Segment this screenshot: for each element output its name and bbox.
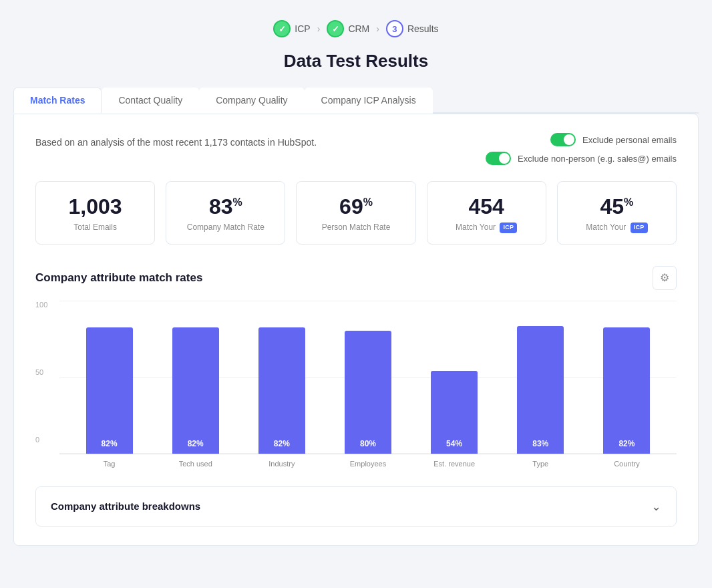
tab-match-rates[interactable]: Match Rates: [13, 88, 102, 114]
bar: 54%: [431, 371, 478, 454]
bar-group: 80%: [325, 301, 411, 454]
toggle-personal-emails-label: Exclude personal emails: [582, 135, 677, 145]
breakdown-title: Company attribute breakdowns: [51, 500, 200, 512]
metric-person-match-value: 69%: [307, 195, 404, 218]
bar-pct-label: 82%: [102, 439, 118, 448]
bar-pct-label: 82%: [618, 439, 635, 448]
arrow-2: ›: [376, 23, 379, 34]
metric-match-icp-count-value: 454: [438, 195, 535, 218]
chart-area: 82%82%82%80%54%83%82%: [59, 301, 677, 454]
wizard-step-results[interactable]: 3 Results: [386, 20, 439, 37]
metric-total-emails-label: Total Emails: [47, 223, 144, 233]
x-label: Industry: [238, 460, 325, 468]
tabs: Match Rates Contact Quality Company Qual…: [13, 88, 699, 114]
icp-badge-1: ICP: [500, 223, 517, 233]
x-label: Tag: [66, 460, 152, 468]
bar-pct-label: 82%: [188, 439, 204, 448]
metric-company-match-value: 83%: [177, 195, 274, 218]
chart-section: Company attribute match rates ⚙ 100 50 0: [35, 266, 677, 468]
wizard-step-icp[interactable]: ✓ ICP: [273, 20, 310, 37]
bar-pct-label: 54%: [446, 439, 462, 448]
x-label: Tech used: [152, 460, 238, 468]
metric-total-emails-value: 1,003: [47, 195, 144, 218]
bar-group: 82%: [66, 301, 152, 454]
metric-person-match-label: Person Match Rate: [307, 223, 404, 233]
tab-contact-quality[interactable]: Contact Quality: [102, 88, 199, 114]
step-results-label: Results: [407, 23, 439, 34]
bar: 83%: [517, 326, 564, 454]
chevron-down-icon: ⌄: [651, 499, 661, 514]
y-label-0: 0: [35, 436, 47, 444]
bar-pct-label: 82%: [274, 439, 290, 448]
page-title: Data Test Results: [13, 51, 699, 71]
bar-group: 82%: [584, 301, 670, 454]
metric-match-icp-pct: 45% Match Your ICP: [557, 181, 677, 245]
breakdown-header[interactable]: Company attribute breakdowns ⌄: [36, 487, 676, 526]
toggle-non-person-switch[interactable]: [486, 152, 511, 165]
metric-company-match: 83% Company Match Rate: [166, 181, 285, 245]
metric-person-match: 69% Person Match Rate: [296, 181, 415, 245]
toggles-group: Exclude personal emails Exclude non-pers…: [486, 133, 677, 165]
x-labels: TagTech usedIndustryEmployeesEst. revenu…: [59, 460, 677, 468]
y-label-50: 50: [35, 368, 47, 376]
bar-pct-label: 80%: [360, 439, 376, 448]
x-label: Est. revenue: [411, 460, 498, 468]
info-text: Based on an analysis of the most recent …: [35, 133, 317, 148]
metric-match-icp-count: 454 Match Your ICP: [427, 181, 546, 245]
tab-company-quality[interactable]: Company Quality: [199, 88, 304, 114]
step-crm-label: CRM: [348, 23, 369, 34]
icp-badge-2: ICP: [631, 223, 648, 233]
step-icp-icon: ✓: [273, 20, 291, 37]
metric-match-icp-pct-label: Match Your ICP: [568, 223, 665, 233]
y-label-100: 100: [35, 301, 47, 309]
step-crm-icon: ✓: [327, 20, 344, 37]
metrics-row: 1,003 Total Emails 83% Company Match Rat…: [35, 181, 677, 245]
bar: 82%: [258, 327, 305, 454]
breakdown-section: Company attribute breakdowns ⌄: [35, 486, 677, 527]
metric-match-icp-pct-value: 45%: [568, 195, 665, 218]
wizard-step-crm[interactable]: ✓ CRM: [327, 20, 369, 37]
main-card: Based on an analysis of the most recent …: [13, 114, 699, 546]
chart-title: Company attribute match rates: [35, 271, 202, 285]
chart-header: Company attribute match rates ⚙: [35, 266, 677, 290]
gear-icon: ⚙: [660, 271, 669, 284]
toggle-non-person-emails: Exclude non-person (e.g. sales@) emails: [486, 152, 677, 165]
bar: 80%: [345, 331, 391, 454]
toggle-personal-emails: Exclude personal emails: [550, 133, 677, 146]
x-label: Country: [584, 460, 670, 468]
metric-match-icp-count-label: Match Your ICP: [438, 223, 535, 233]
toggle-non-person-label: Exclude non-person (e.g. sales@) emails: [518, 154, 677, 164]
y-axis-labels: 100 50 0: [35, 301, 47, 444]
bar-chart: 100 50 0 82%82%82%80%54%83%82% TagTech u…: [35, 301, 677, 468]
step-results-icon: 3: [386, 20, 403, 37]
toggle-personal-emails-switch[interactable]: [550, 133, 576, 146]
bar-group: 54%: [411, 301, 498, 454]
bar-group: 83%: [498, 301, 584, 454]
tab-company-icp[interactable]: Company ICP Analysis: [305, 88, 433, 114]
info-row: Based on an analysis of the most recent …: [35, 133, 677, 165]
bar-group: 82%: [238, 301, 325, 454]
wizard-steps: ✓ ICP › ✓ CRM › 3 Results: [13, 20, 699, 37]
x-label: Type: [498, 460, 584, 468]
bar: 82%: [86, 327, 133, 454]
bar: 82%: [172, 327, 219, 454]
step-icp-label: ICP: [295, 23, 310, 34]
metric-total-emails: 1,003 Total Emails: [35, 181, 155, 245]
gear-button[interactable]: ⚙: [653, 266, 677, 290]
bar-group: 82%: [152, 301, 238, 454]
bar-pct-label: 83%: [532, 439, 548, 448]
metric-company-match-label: Company Match Rate: [177, 223, 274, 233]
bar: 82%: [603, 327, 650, 454]
x-label: Employees: [325, 460, 411, 468]
arrow-1: ›: [317, 23, 321, 34]
